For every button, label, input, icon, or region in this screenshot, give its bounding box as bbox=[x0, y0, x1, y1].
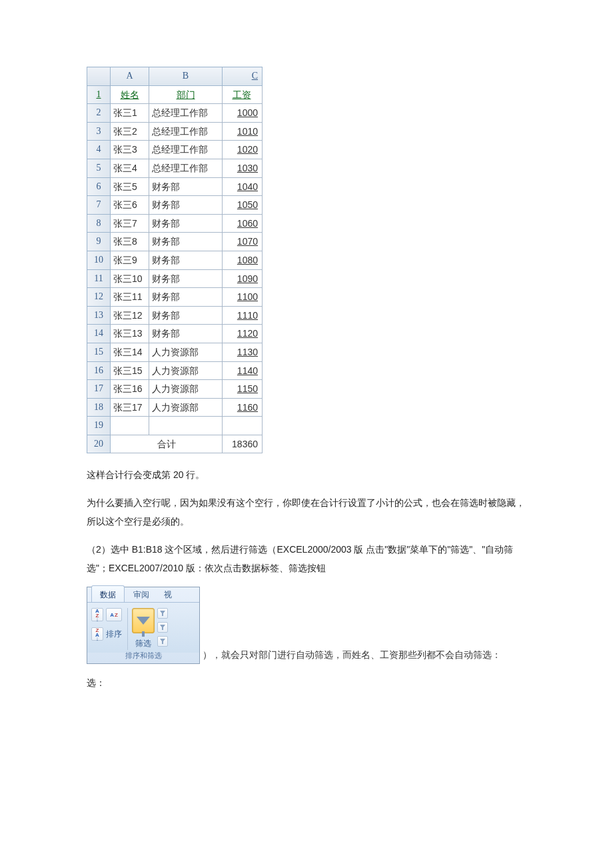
paragraph-2: 为什么要插入空行呢，因为如果没有这个空行，你即使在合计行设置了小计的公式，也会在… bbox=[87, 493, 526, 531]
cell-name: 张三6 bbox=[111, 196, 149, 215]
row-header: 18 bbox=[87, 398, 111, 417]
ribbon-tab-review[interactable]: 审阅 bbox=[125, 585, 158, 603]
cell-salary: 1090 bbox=[223, 269, 263, 288]
table-row: 4张三3总经理工作部1020 bbox=[87, 141, 263, 159]
table-row: 10张三9财务部1080 bbox=[87, 251, 263, 269]
cell-name: 张三9 bbox=[111, 251, 149, 269]
table-row: 12张三11财务部1100 bbox=[87, 288, 263, 307]
total-value: 18360 bbox=[223, 435, 263, 453]
header-salary: 工资 bbox=[223, 85, 263, 104]
cell-name: 张三12 bbox=[111, 306, 149, 325]
cell-salary: 1010 bbox=[223, 122, 263, 141]
svg-marker-0 bbox=[160, 611, 165, 616]
svg-marker-2 bbox=[160, 639, 165, 644]
total-row: 20 合计 18360 bbox=[87, 435, 263, 453]
cell-dept: 总经理工作部 bbox=[149, 122, 223, 141]
ribbon-divider bbox=[127, 608, 128, 650]
cell-salary: 1160 bbox=[223, 398, 263, 417]
sort-group: AZ↓ AZ ZA↓ 排序 bbox=[90, 607, 123, 643]
cell-dept: 财务部 bbox=[149, 177, 223, 196]
table-row: 6张三5财务部1040 bbox=[87, 177, 263, 196]
cell-name: 张三17 bbox=[111, 398, 149, 417]
cell-dept: 财务部 bbox=[149, 233, 223, 251]
row-header: 20 bbox=[87, 435, 111, 453]
sort-dialog-button[interactable]: AZ bbox=[106, 608, 122, 621]
row-header: 14 bbox=[87, 325, 111, 343]
cell-dept: 总经理工作部 bbox=[149, 159, 223, 177]
table-header-row: 1 姓名 部门 工资 bbox=[87, 85, 263, 104]
cell-dept: 总经理工作部 bbox=[149, 141, 223, 159]
table-row: 16张三15人力资源部1140 bbox=[87, 361, 263, 380]
row-header: 7 bbox=[87, 196, 111, 215]
row-header: 5 bbox=[87, 159, 111, 177]
cell-dept: 财务部 bbox=[149, 214, 223, 233]
sort-asc-button[interactable]: AZ↓ bbox=[91, 608, 103, 621]
row-header: 8 bbox=[87, 214, 111, 233]
paragraph-4: 选： bbox=[87, 673, 526, 692]
sort-label: 排序 bbox=[106, 627, 122, 642]
cell-dept: 人力资源部 bbox=[149, 343, 223, 361]
cell-dept: 财务部 bbox=[149, 288, 223, 307]
header-name: 姓名 bbox=[111, 85, 149, 104]
cell-name: 张三14 bbox=[111, 343, 149, 361]
ribbon-tab-data[interactable]: 数据 bbox=[91, 585, 125, 603]
cell-dept: 财务部 bbox=[149, 306, 223, 325]
row-header: 19 bbox=[87, 417, 111, 435]
cell-salary: 1140 bbox=[223, 361, 263, 380]
table-row: 11张三10财务部1090 bbox=[87, 269, 263, 288]
cell-salary: 1120 bbox=[223, 325, 263, 343]
cell-name: 张三2 bbox=[111, 122, 149, 141]
table-row: 7张三6财务部1050 bbox=[87, 196, 263, 215]
cell-name: 张三16 bbox=[111, 380, 149, 399]
cell-salary: 1150 bbox=[223, 380, 263, 399]
cell-dept: 人力资源部 bbox=[149, 361, 223, 380]
row-header: 10 bbox=[87, 251, 111, 269]
cell-name: 张三3 bbox=[111, 141, 149, 159]
row-header: 3 bbox=[87, 122, 111, 141]
cell-name: 张三7 bbox=[111, 214, 149, 233]
table-row: 2张三1总经理工作部1000 bbox=[87, 104, 263, 123]
table-row: 8张三7财务部1060 bbox=[87, 214, 263, 233]
cell-salary: 1020 bbox=[223, 141, 263, 159]
cell-name: 张三1 bbox=[111, 104, 149, 123]
col-header-b: B bbox=[149, 67, 223, 86]
cell-dept: 财务部 bbox=[149, 269, 223, 288]
table-row: 14张三13财务部1120 bbox=[87, 325, 263, 343]
row-header: 13 bbox=[87, 306, 111, 325]
table-row: 13张三12财务部1110 bbox=[87, 306, 263, 325]
cell-name: 张三11 bbox=[111, 288, 149, 307]
row-header: 4 bbox=[87, 141, 111, 159]
cell-name: 张三4 bbox=[111, 159, 149, 177]
cell-salary: 1100 bbox=[223, 288, 263, 307]
clear-filter-button[interactable] bbox=[157, 608, 168, 619]
ribbon-tab-view-partial[interactable]: 视 bbox=[158, 585, 173, 603]
paragraph-1: 这样合计行会变成第 20 行。 bbox=[87, 465, 526, 484]
row-header: 1 bbox=[87, 85, 111, 104]
col-header-a: A bbox=[111, 67, 149, 86]
cell-salary: 1050 bbox=[223, 196, 263, 215]
filter-button[interactable] bbox=[132, 608, 155, 633]
cell-salary: 1130 bbox=[223, 343, 263, 361]
svg-marker-1 bbox=[160, 625, 165, 630]
cell-name: 张三8 bbox=[111, 233, 149, 251]
cell-dept: 财务部 bbox=[149, 196, 223, 215]
cell-name: 张三15 bbox=[111, 361, 149, 380]
cell-dept: 人力资源部 bbox=[149, 380, 223, 399]
row-header: 16 bbox=[87, 361, 111, 380]
cell-salary: 1000 bbox=[223, 104, 263, 123]
paragraph-3b: ），就会只对部门进行自动筛选，而姓名、工资那些列都不会自动筛选： bbox=[203, 650, 501, 661]
cell-salary: 1070 bbox=[223, 233, 263, 251]
blank-row: 19 bbox=[87, 417, 263, 435]
table-row: 3张三2总经理工作部1010 bbox=[87, 122, 263, 141]
table-row: 5张三4总经理工作部1030 bbox=[87, 159, 263, 177]
cell-name: 张三10 bbox=[111, 269, 149, 288]
header-dept: 部门 bbox=[149, 85, 223, 104]
table-row: 15张三14人力资源部1130 bbox=[87, 343, 263, 361]
cell-dept: 财务部 bbox=[149, 251, 223, 269]
cell-dept: 总经理工作部 bbox=[149, 104, 223, 123]
row-header: 2 bbox=[87, 104, 111, 123]
reapply-filter-button[interactable] bbox=[157, 622, 168, 633]
advanced-filter-button[interactable] bbox=[157, 636, 168, 647]
sort-desc-button[interactable]: ZA↓ bbox=[91, 627, 103, 641]
table-row: 17张三16人力资源部1150 bbox=[87, 380, 263, 399]
